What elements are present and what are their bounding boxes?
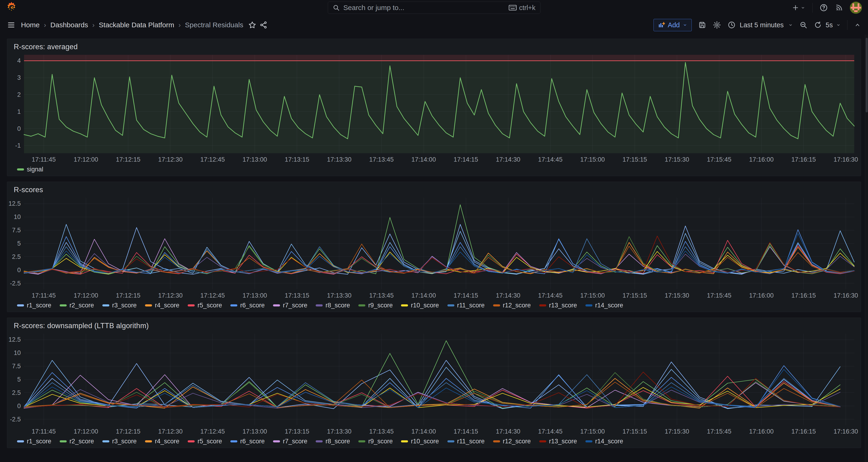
legend-item[interactable]: r7_score bbox=[273, 438, 307, 445]
legend-item[interactable]: r14_score bbox=[585, 438, 623, 445]
share-button[interactable] bbox=[259, 21, 268, 29]
timeseries-chart[interactable]: 12.5107.552.50-2.517:11:4517:12:0017:12:… bbox=[7, 195, 861, 300]
legend-item[interactable]: r9_score bbox=[358, 438, 393, 445]
refresh-button[interactable]: 5s bbox=[814, 21, 841, 29]
breadcrumb-separator: › bbox=[92, 21, 95, 29]
legend-swatch bbox=[585, 440, 592, 442]
avatar[interactable] bbox=[850, 2, 862, 14]
legend-item[interactable]: r14_score bbox=[585, 302, 623, 309]
legend-item[interactable]: r10_score bbox=[401, 302, 439, 309]
svg-text:17:14:45: 17:14:45 bbox=[538, 428, 563, 435]
add-button[interactable]: Add bbox=[653, 19, 692, 31]
breadcrumb-item[interactable]: Stackable Data Platform bbox=[99, 21, 174, 29]
legend-swatch bbox=[188, 440, 195, 442]
legend-item[interactable]: r7_score bbox=[273, 302, 307, 309]
legend-item[interactable]: r2_score bbox=[60, 302, 94, 309]
legend-item[interactable]: r10_score bbox=[401, 438, 439, 445]
legend-item[interactable]: r1_score bbox=[17, 438, 51, 445]
legend-item[interactable]: r5_score bbox=[188, 302, 222, 309]
svg-text:17:14:30: 17:14:30 bbox=[496, 428, 520, 435]
legend-item[interactable]: r1_score bbox=[17, 302, 51, 309]
legend-label: r12_score bbox=[503, 302, 531, 309]
svg-text:17:13:45: 17:13:45 bbox=[369, 292, 394, 299]
legend-swatch bbox=[447, 440, 455, 442]
scrollbar-thumb[interactable] bbox=[866, 38, 868, 113]
timeseries-chart[interactable]: 12.5107.552.50-2.517:11:4517:12:0017:12:… bbox=[7, 331, 861, 436]
legend-item[interactable]: r13_score bbox=[539, 438, 577, 445]
panel-title[interactable]: R-scores: averaged bbox=[7, 39, 861, 52]
svg-text:17:12:15: 17:12:15 bbox=[116, 428, 141, 435]
svg-text:17:12:00: 17:12:00 bbox=[74, 428, 98, 435]
legend-item[interactable]: r3_score bbox=[102, 438, 136, 445]
svg-text:17:15:45: 17:15:45 bbox=[707, 428, 732, 435]
legend-item[interactable]: r12_score bbox=[493, 302, 531, 309]
search-bar[interactable]: ctrl+k bbox=[328, 2, 540, 14]
search-icon bbox=[333, 4, 340, 11]
svg-text:17:14:45: 17:14:45 bbox=[538, 292, 563, 299]
breadcrumb-item[interactable]: Dashboards bbox=[50, 21, 88, 29]
svg-text:2.5: 2.5 bbox=[12, 389, 21, 396]
save-dashboard-button[interactable] bbox=[698, 21, 706, 29]
mega-menu-button[interactable] bbox=[7, 21, 16, 29]
legend-item[interactable]: r8_score bbox=[316, 302, 350, 309]
share-icon bbox=[259, 21, 268, 29]
legend-label: r8_score bbox=[326, 438, 350, 445]
legend-label: r5_score bbox=[197, 302, 222, 309]
legend-item[interactable]: r4_score bbox=[145, 438, 179, 445]
time-range-picker[interactable]: Last 5 minutes bbox=[727, 21, 793, 29]
svg-text:17:14:00: 17:14:00 bbox=[411, 156, 436, 163]
breadcrumb-item[interactable]: Home bbox=[21, 21, 40, 29]
favorite-button[interactable] bbox=[248, 21, 256, 29]
plus-icon bbox=[792, 4, 799, 11]
svg-text:17:13:30: 17:13:30 bbox=[327, 156, 351, 163]
legend-swatch bbox=[17, 168, 24, 171]
svg-text:0: 0 bbox=[17, 267, 21, 274]
legend-item[interactable]: r8_score bbox=[316, 438, 350, 445]
breadcrumb-item[interactable]: Spectral Residuals bbox=[185, 21, 243, 29]
panel-title[interactable]: R-scores bbox=[7, 182, 861, 195]
svg-text:17:15:45: 17:15:45 bbox=[707, 292, 732, 299]
save-icon bbox=[698, 21, 706, 29]
dashboard-grid: R-scores: averaged 43210-117:11:4517:12:… bbox=[0, 34, 868, 448]
grafana-logo[interactable] bbox=[6, 2, 17, 14]
svg-text:17:15:15: 17:15:15 bbox=[622, 156, 647, 163]
svg-text:17:12:15: 17:12:15 bbox=[116, 292, 141, 299]
legend-swatch bbox=[358, 304, 365, 306]
svg-text:17:13:00: 17:13:00 bbox=[243, 156, 267, 163]
svg-text:5: 5 bbox=[17, 376, 21, 383]
legend-item[interactable]: r6_score bbox=[230, 302, 265, 309]
legend-item[interactable]: r3_score bbox=[102, 302, 136, 309]
legend-item[interactable]: signal bbox=[17, 166, 43, 173]
page-scrollbar[interactable] bbox=[865, 34, 868, 462]
svg-text:17:14:30: 17:14:30 bbox=[496, 292, 520, 299]
legend-item[interactable]: r5_score bbox=[188, 438, 222, 445]
legend-label: r1_score bbox=[27, 302, 51, 309]
search-input[interactable] bbox=[343, 4, 509, 12]
svg-text:17:14:00: 17:14:00 bbox=[411, 292, 436, 299]
legend-item[interactable]: r6_score bbox=[230, 438, 265, 445]
legend-item[interactable]: r11_score bbox=[447, 438, 485, 445]
time-range-label: Last 5 minutes bbox=[740, 21, 784, 29]
svg-text:10: 10 bbox=[14, 213, 21, 220]
legend-swatch bbox=[585, 304, 592, 306]
legend-item[interactable]: r2_score bbox=[60, 438, 94, 445]
svg-text:-2.5: -2.5 bbox=[10, 280, 21, 287]
collapse-toolbar-button[interactable] bbox=[854, 22, 861, 28]
legend-item[interactable]: r13_score bbox=[539, 302, 577, 309]
panel-title[interactable]: R-scores: downsampled (LTTB algorithm) bbox=[7, 318, 861, 331]
svg-text:17:11:45: 17:11:45 bbox=[32, 428, 56, 435]
timeseries-chart[interactable]: 43210-117:11:4517:12:0017:12:1517:12:301… bbox=[7, 52, 861, 164]
help-button[interactable] bbox=[819, 3, 828, 12]
zoom-out-button[interactable] bbox=[800, 21, 807, 29]
legend-item[interactable]: r12_score bbox=[493, 438, 531, 445]
news-button[interactable] bbox=[835, 4, 843, 12]
new-button[interactable] bbox=[792, 4, 805, 11]
legend-label: r5_score bbox=[197, 438, 222, 445]
legend-item[interactable]: r11_score bbox=[447, 302, 485, 309]
svg-text:0: 0 bbox=[17, 125, 21, 132]
legend-item[interactable]: r9_score bbox=[358, 302, 393, 309]
legend-label: r4_score bbox=[155, 302, 179, 309]
dashboard-settings-button[interactable] bbox=[713, 21, 721, 29]
legend-item[interactable]: r4_score bbox=[145, 302, 179, 309]
legend-label: r14_score bbox=[595, 302, 623, 309]
